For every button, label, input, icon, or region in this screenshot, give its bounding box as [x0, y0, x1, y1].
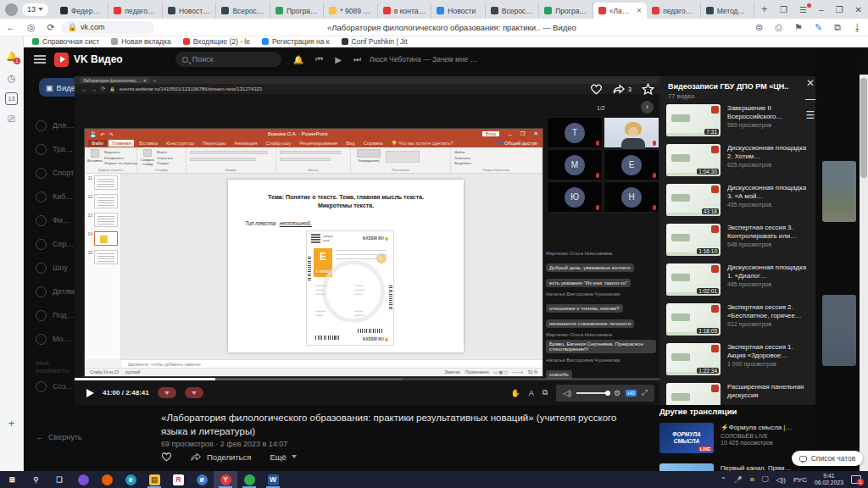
share-icon[interactable]	[613, 83, 626, 95]
browser-tab[interactable]: Программ	[270, 3, 324, 19]
slide-thumbnail[interactable]: 12	[86, 194, 120, 208]
action-center-icon[interactable]: 1	[851, 475, 861, 484]
minimize-button[interactable]: –	[813, 5, 830, 14]
word-icon[interactable]: W	[261, 471, 285, 488]
ppt-tab-главная[interactable]: Главная	[108, 140, 134, 147]
settings-icon[interactable]: ⚙	[614, 389, 620, 397]
bookmark-item[interactable]: Conf Pushkin | Jit	[342, 37, 408, 46]
close-button[interactable]: ✕	[849, 5, 868, 14]
playlist-item[interactable]: 1:18:05Экспертная сессия 2. «Бесплатное,…	[659, 301, 815, 341]
like-icon[interactable]	[590, 83, 603, 95]
zoom-slider[interactable]: –──+	[513, 370, 523, 374]
like-button[interactable]	[161, 452, 172, 462]
ppt-tab-анимация[interactable]: Анимация	[231, 140, 260, 147]
participant-webcam-tile[interactable]	[604, 117, 659, 148]
ppt-restore-button[interactable]: ❐	[516, 130, 530, 137]
volume-slider[interactable]	[576, 392, 609, 394]
ppt-notes-pane[interactable]: Щелкните, чтобы добавить заметки	[121, 359, 542, 368]
collapse-overlay-icon[interactable]: —	[805, 94, 815, 104]
sidebar-item-для-вас[interactable]: Для вас	[24, 114, 75, 137]
browser-tab[interactable]: Всероссий	[486, 3, 539, 19]
quality-selector[interactable]	[185, 387, 203, 398]
slide-thumbnail[interactable]: 13	[86, 213, 120, 227]
vk-teams-icon[interactable]	[237, 471, 261, 488]
cast-icon[interactable]: ⎚	[5, 113, 18, 125]
language-indicator[interactable]: РУС	[793, 476, 807, 484]
share-button[interactable]: Поделиться	[191, 452, 251, 462]
screen-share-icon[interactable]: ⧈	[750, 475, 754, 484]
participant-tile[interactable]: Н	[604, 181, 659, 213]
playlist-title[interactable]: Видеозаписи ГБУ ДПО РМ «ЦН..	[668, 82, 795, 91]
bookmark-icon[interactable]: ⚑	[788, 22, 809, 33]
participant-tile[interactable]: Е	[604, 149, 659, 180]
record-icon[interactable]	[5, 437, 18, 450]
close-overlay-icon[interactable]: ✕	[806, 78, 815, 88]
ppt-minimize-button[interactable]: –	[504, 131, 516, 137]
profile-avatar[interactable]	[5, 3, 18, 16]
ppt-ribbon-button[interactable]: Формат по образцу	[104, 161, 137, 165]
ppt-paste-button[interactable]: Вставить	[88, 149, 102, 166]
donate-icon[interactable]: ✋	[510, 389, 520, 397]
playlist-list-icon[interactable]: ☰	[806, 110, 815, 120]
hd-badge[interactable]: HD	[626, 390, 637, 396]
favorite-star-icon[interactable]	[642, 83, 654, 95]
ppt-share-button[interactable]: 👤 Общий доступ	[497, 141, 537, 146]
browser-tab[interactable]: Новости -	[163, 3, 216, 19]
stream-item[interactable]: ФОРМУЛА СМЫСЛАLIVE⚡Формула смысла |…СОЛО…	[659, 423, 815, 457]
firefox-icon[interactable]	[95, 471, 119, 488]
volume-icon[interactable]: ◁)	[563, 389, 571, 397]
bookmark-item[interactable]: Новая вкладка	[111, 37, 171, 46]
more-button[interactable]: Ещё	[270, 452, 296, 462]
sidebar-item-мои-видео[interactable]: Мои видео	[24, 327, 75, 351]
ppt-tab-переходы[interactable]: Переходы	[199, 140, 229, 147]
browser-tab[interactable]: Методичес	[701, 3, 754, 19]
ppt-ribbon-button[interactable]: Макет	[157, 150, 173, 154]
tab-counter-button[interactable]: 13	[22, 3, 48, 16]
yandex-app-icon[interactable]: Я	[166, 471, 190, 488]
clock[interactable]: 9:4106.02.2023	[815, 473, 843, 487]
pen-icon[interactable]: ✎	[809, 22, 828, 33]
video-player[interactable]: Лаборатория филологичес…✕ + ←→⟳🔒 events.…	[75, 76, 659, 405]
ppt-tab-вид[interactable]: Вид	[342, 140, 359, 147]
hamburger-menu-icon[interactable]	[34, 55, 46, 64]
tab-close-icon[interactable]: ✕	[636, 7, 642, 14]
ppt-tab-конструктор[interactable]: Конструктор	[163, 140, 198, 147]
fullscreen-icon[interactable]: ⤢	[642, 388, 648, 397]
screenshot-icon[interactable]: ⎙	[769, 22, 788, 33]
refresh-icon[interactable]: ⟳	[42, 22, 61, 33]
sidebar-item-киберспорт[interactable]: Киберспорт	[24, 185, 75, 208]
edge-icon[interactable]: e	[119, 471, 142, 488]
notifications-bell-icon[interactable]: 🔔1	[5, 50, 18, 63]
sidebar-item-трансляции[interactable]: Трансляции	[24, 137, 75, 161]
pip-icon[interactable]: ⧉	[542, 388, 548, 397]
display-icon[interactable]: 🖵	[762, 475, 769, 484]
vk-video-logo[interactable]: VK Видео	[54, 53, 123, 67]
view-icons[interactable]: ▭ ▦ ▢	[494, 370, 508, 374]
prev-track-icon[interactable]: ⏮	[315, 54, 323, 64]
ppt-tab-рецензирование[interactable]: Рецензирование	[296, 140, 341, 147]
playlist-item[interactable]: 1:02:01Дискуссионная площадка 1. «Диалог…	[659, 261, 815, 301]
playlist-item[interactable]: 43:18Дискуссионная площадка 3. «А мой…45…	[659, 181, 815, 221]
sidebar-item-шоу[interactable]: Шоу	[24, 256, 75, 280]
bookmark-item[interactable]: Регистрация на к	[262, 37, 330, 46]
ppt-tab-справка[interactable]: Справка	[360, 140, 387, 147]
sidebar-item-спорт[interactable]: Спорт	[24, 161, 75, 185]
playlist-item[interactable]: 1:16:10Экспертная сессия 3. Контролирова…	[659, 221, 815, 261]
browser-tab[interactable]: Всероссий	[216, 3, 270, 19]
extensions-icon[interactable]: ⧉	[828, 22, 847, 33]
restore-button[interactable]: ❐	[830, 5, 849, 14]
search-button[interactable]: ⚲	[24, 471, 47, 488]
participant-tile[interactable]: М	[547, 149, 603, 180]
speaker-icon[interactable]: ◁))	[776, 476, 785, 484]
ie-icon[interactable]: ø	[190, 471, 214, 488]
playlist-item[interactable]: 1:22:34Экспертная сессия 1. Акция «Здоро…	[659, 341, 815, 380]
ppt-ribbon-button[interactable]: Вырезать	[104, 150, 137, 154]
address-bar[interactable]: 🔒 vk.com	[61, 21, 154, 34]
protect-icon[interactable]: ⊜	[749, 22, 769, 33]
ppt-tab-слайд-шоу[interactable]: Слайд-шоу	[262, 140, 294, 147]
bookmark-item[interactable]: Справочная сист	[32, 37, 99, 46]
play-icon[interactable]	[86, 389, 94, 397]
playlist-item[interactable]: 1:04:30Дискуссионная площадка 2. Хотим…6…	[659, 141, 815, 181]
start-button[interactable]: ⊞	[0, 471, 24, 488]
slide-thumbnail[interactable]: 11	[86, 175, 120, 190]
